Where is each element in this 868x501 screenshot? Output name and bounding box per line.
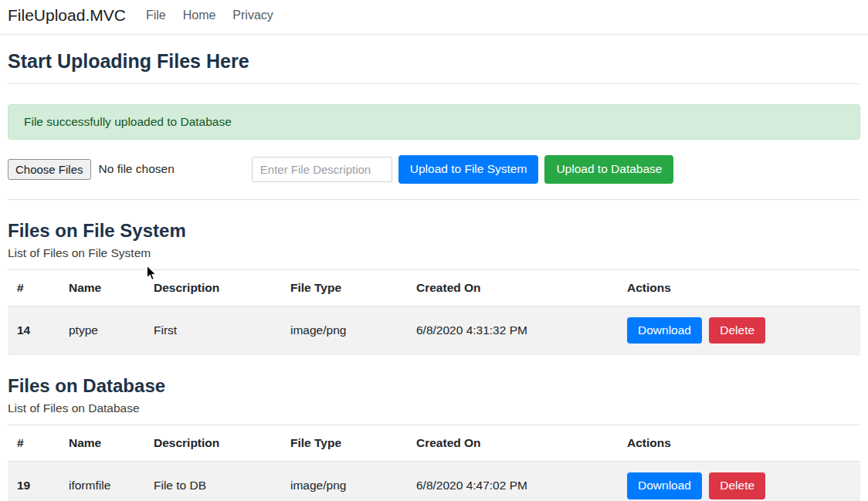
file-status-text: No file chosen (99, 162, 175, 176)
table-row: 14 ptype First image/png 6/8/2020 4:31:3… (8, 306, 860, 355)
cell-file-type: image/png (281, 462, 407, 501)
nav-links: File Home Privacy (146, 8, 273, 22)
header-description: Description (144, 269, 281, 306)
file-description-input[interactable] (252, 157, 392, 182)
file-system-section-title: Files on File System (8, 220, 860, 242)
header-id: # (8, 425, 59, 462)
cell-created-on: 6/8/2020 4:47:02 PM (407, 462, 618, 501)
nav-item-privacy[interactable]: Privacy (232, 8, 273, 22)
header-name: Name (59, 269, 144, 306)
header-actions: Actions (618, 425, 860, 462)
nav-item-file[interactable]: File (146, 8, 166, 22)
cell-name: iformfile (59, 462, 144, 501)
upload-to-file-system-button[interactable]: Upload to File System (398, 155, 539, 184)
header-id: # (8, 269, 59, 306)
download-button[interactable]: Download (627, 472, 702, 499)
nav-item-home[interactable]: Home (183, 8, 216, 22)
divider (8, 83, 860, 84)
cell-id: 14 (8, 306, 59, 355)
database-table: # Name Description File Type Created On … (8, 425, 860, 501)
header-created-on: Created On (407, 269, 618, 306)
cell-created-on: 6/8/2020 4:31:32 PM (407, 306, 618, 355)
delete-button[interactable]: Delete (709, 317, 765, 344)
cell-description: File to DB (144, 462, 281, 501)
header-name: Name (59, 425, 144, 462)
main-content: Start Uploading Files Here File successf… (0, 50, 868, 501)
navbar-brand[interactable]: FileUpload.MVC (8, 6, 126, 25)
file-input-group: Choose Files No file chosen (8, 159, 175, 180)
header-created-on: Created On (407, 425, 618, 462)
cell-actions: Download Delete (618, 462, 860, 501)
delete-button[interactable]: Delete (709, 472, 765, 499)
file-system-section-subtitle: List of Files on File System (8, 246, 860, 260)
table-header-row: # Name Description File Type Created On … (8, 269, 860, 306)
success-alert-message: File successfully uploaded to Database (24, 115, 232, 128)
table-row: 19 iformfile File to DB image/png 6/8/20… (8, 462, 860, 501)
divider (8, 199, 860, 200)
upload-form: Choose Files No file chosen Upload to Fi… (8, 155, 860, 184)
download-button[interactable]: Download (627, 317, 702, 344)
choose-files-button[interactable]: Choose Files (8, 159, 91, 180)
header-actions: Actions (618, 269, 860, 306)
cell-id: 19 (8, 462, 59, 501)
database-section-title: Files on Database (8, 375, 860, 397)
cell-actions: Download Delete (618, 306, 860, 355)
file-system-table: # Name Description File Type Created On … (8, 269, 860, 356)
cell-description: First (144, 306, 281, 355)
top-navbar: FileUpload.MVC File Home Privacy (0, 0, 868, 35)
header-file-type: File Type (281, 269, 407, 306)
header-file-type: File Type (281, 425, 407, 462)
cell-name: ptype (59, 306, 144, 355)
success-alert: File successfully uploaded to Database (8, 104, 860, 140)
table-header-row: # Name Description File Type Created On … (8, 425, 860, 462)
database-section-subtitle: List of Files on Database (8, 401, 860, 415)
cell-file-type: image/png (281, 306, 407, 355)
header-description: Description (144, 425, 281, 462)
page-title: Start Uploading Files Here (8, 50, 860, 73)
upload-to-database-button[interactable]: Upload to Database (544, 155, 673, 184)
